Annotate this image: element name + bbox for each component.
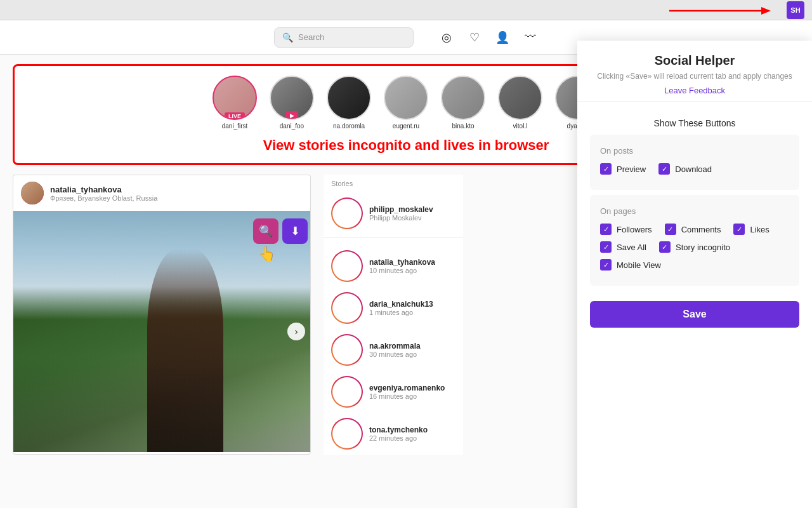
comments-checkbox[interactable]: ✓ — [665, 224, 676, 235]
story-name: dani_foo — [280, 123, 304, 130]
save-all-checkbox[interactable]: ✓ — [600, 241, 612, 253]
leave-feedback-link[interactable]: Leave Feedback — [664, 86, 725, 95]
comments-toggle[interactable]: ✓ Comments — [665, 224, 721, 235]
panel-title: Social Helper — [590, 53, 799, 68]
on-pages-header: On pages — [600, 206, 789, 216]
mobile-view-toggle[interactable]: ✓ Mobile View — [600, 259, 661, 271]
mobile-view-checkbox[interactable]: ✓ — [600, 259, 612, 271]
story-item[interactable]: na.doromla — [327, 76, 371, 130]
browser-bar: SH — [0, 0, 812, 20]
on-posts-header: On posts — [600, 146, 789, 156]
download-toggle[interactable]: ✓ Download — [658, 163, 712, 175]
list-time: Philipp Moskalev — [369, 214, 455, 222]
story-name: vitol.l — [513, 123, 528, 130]
social-helper-panel: Social Helper Clicking «Save» will reloa… — [577, 41, 812, 508]
list-username: tona.tymchenko — [369, 425, 455, 434]
list-avatar — [331, 376, 363, 408]
stories-label: Stories — [324, 175, 463, 192]
save-all-toggle[interactable]: ✓ Save All — [600, 241, 646, 253]
post-download-button[interactable]: ⬇ — [282, 218, 308, 244]
svg-marker-1 — [761, 7, 771, 15]
on-pages-row2: ✓ Save All ✓ Story incognito — [600, 241, 789, 259]
search-icon: 🔍 — [282, 32, 293, 43]
list-username: na.akrommala — [369, 342, 455, 351]
compass-icon[interactable]: ◎ — [439, 30, 454, 45]
list-time: 16 minutes ago — [369, 392, 455, 400]
post-card: natalia_tyhankova Фрязев, Bryanskey Obla… — [13, 175, 311, 455]
story-item[interactable]: vitol.l — [498, 76, 542, 130]
post-username: natalia_tyhankova — [50, 185, 303, 194]
play-badge: ▶ — [286, 111, 298, 120]
followers-checkbox[interactable]: ✓ — [600, 224, 612, 235]
list-avatar — [331, 418, 363, 450]
list-avatar — [331, 250, 363, 282]
on-posts-toggles: ✓ Preview ✓ Download — [600, 163, 789, 181]
list-info: na.akrommala 30 minutes ago — [369, 342, 455, 358]
preview-toggle[interactable]: ✓ Preview — [600, 163, 646, 175]
likes-toggle[interactable]: ✓ Likes — [733, 224, 769, 235]
list-username: daria_knaichuk13 — [369, 300, 455, 309]
story-item[interactable]: bina.kto — [441, 76, 485, 130]
story-item[interactable]: ▶ dani_foo — [270, 76, 314, 130]
list-info: evgeniya.romanenko 16 minutes ago — [369, 384, 455, 400]
story-avatar — [327, 76, 371, 120]
activity-icon[interactable]: 〰 — [523, 30, 538, 45]
on-pages-section: On pages ✓ Followers ✓ Comments ✓ Likes — [590, 195, 799, 286]
comments-label: Comments — [681, 225, 721, 234]
red-arrow-annotation — [663, 4, 790, 18]
download-checkbox[interactable]: ✓ — [658, 163, 670, 175]
list-item[interactable]: tona.tymchenko 22 minutes ago — [324, 413, 463, 455]
cursor-hand: 👆 — [258, 246, 275, 262]
post-user-info: natalia_tyhankova Фрязев, Bryanskey Obla… — [50, 185, 303, 202]
story-item[interactable]: LIVE dani_first — [213, 76, 257, 130]
list-avatar — [331, 197, 363, 229]
story-incognito-label: Story incognito — [676, 243, 730, 252]
list-info: tona.tymchenko 22 minutes ago — [369, 425, 455, 442]
post-image-overlay — [13, 356, 310, 452]
list-username: natalia_tyhankova — [369, 258, 455, 267]
list-item[interactable]: evgeniya.romanenko 16 minutes ago — [324, 371, 463, 413]
story-name: na.doromla — [333, 123, 365, 130]
followers-toggle[interactable]: ✓ Followers — [600, 224, 652, 235]
story-avatar — [384, 76, 428, 120]
panel-subtitle: Clicking «Save» will reload current tab … — [590, 72, 799, 81]
list-item[interactable]: daria_knaichuk13 1 minutes ago — [324, 287, 463, 329]
list-item[interactable]: natalia_tyhankova 10 minutes ago — [324, 245, 463, 287]
list-time: 30 minutes ago — [369, 351, 455, 358]
likes-label: Likes — [750, 225, 769, 234]
preview-checkbox[interactable]: ✓ — [600, 163, 612, 175]
story-name: dani_first — [222, 123, 248, 130]
post-image: 🔍 ⬇ 👆 › — [13, 211, 310, 452]
story-item[interactable]: eugent.ru — [384, 76, 428, 130]
post-header: natalia_tyhankova Фрязев, Bryanskey Obla… — [13, 175, 310, 211]
list-info: natalia_tyhankova 10 minutes ago — [369, 258, 455, 274]
story-incognito-toggle[interactable]: ✓ Story incognito — [659, 241, 730, 253]
post-location: Фрязев, Bryanskey Oblast, Russia — [50, 194, 303, 202]
on-pages-row3: ✓ Mobile View — [600, 259, 789, 277]
story-name: eugent.ru — [393, 123, 419, 130]
list-username: evgeniya.romanenko — [369, 384, 455, 392]
panel-header: Social Helper Clicking «Save» will reloa… — [577, 41, 812, 102]
live-badge: LIVE — [225, 112, 245, 120]
list-time: 22 minutes ago — [369, 434, 455, 442]
story-incognito-checkbox[interactable]: ✓ — [659, 241, 671, 253]
heart-icon[interactable]: ♡ — [467, 30, 482, 45]
story-avatar: LIVE — [213, 76, 257, 120]
save-button[interactable]: Save — [590, 301, 799, 328]
save-all-label: Save All — [617, 243, 646, 252]
list-item[interactable]: na.akrommala 30 minutes ago — [324, 329, 463, 371]
followers-label: Followers — [617, 225, 652, 234]
list-item: philipp_moskalev Philipp Moskalev — [324, 192, 463, 234]
show-these-buttons-label: Show These Buttons — [590, 112, 799, 135]
post-search-button[interactable]: 🔍 — [253, 218, 278, 244]
profile-icon[interactable]: 👤 — [495, 30, 510, 45]
list-username: philipp_moskalev — [369, 205, 455, 214]
search-box[interactable]: 🔍 Search — [274, 27, 414, 48]
likes-checkbox[interactable]: ✓ — [733, 224, 745, 235]
next-slide-button[interactable]: › — [287, 323, 305, 340]
on-posts-section: On posts ✓ Preview ✓ Download — [590, 135, 799, 190]
main-content: 🔍 Search ◎ ♡ 👤 〰 LIVE dani_first — [0, 20, 812, 508]
preview-label: Preview — [617, 164, 646, 174]
right-panel: Stories philipp_moskalev Philipp Moskale… — [324, 175, 463, 455]
story-avatar — [441, 76, 485, 120]
